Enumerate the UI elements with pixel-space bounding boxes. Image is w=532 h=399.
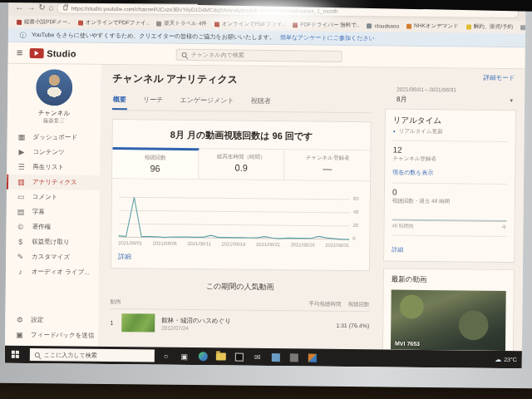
lock-icon	[64, 5, 68, 10]
metric-views[interactable]: 視聴回数 96	[112, 147, 199, 179]
sidebar-item-send-feedback[interactable]: ▣フィードバックを送信	[5, 328, 98, 343]
analytics-main: チャンネル アナリティクス 概要 リーチ エンゲージメント 視聴者 8月 月の動…	[98, 65, 382, 350]
chevron-down-icon: ▾	[510, 97, 514, 104]
show-current-count-link[interactable]: 現在の数を表示	[392, 169, 433, 178]
reload-icon[interactable]: ↻	[38, 3, 45, 12]
notice-text: YouTube をさらに使いやすくするため、クリエイターの皆様のご協力をお願いい…	[32, 31, 275, 42]
bookmark-favicon	[214, 22, 219, 27]
bookmark-item[interactable]: 縦書小説PDFメー..	[17, 18, 71, 27]
comments-icon: ▭	[17, 193, 26, 201]
sidebar-item-copyright[interactable]: ©著作権	[6, 219, 99, 235]
subtitles-icon: ▤	[17, 208, 26, 216]
bookmark-item[interactable]: NHKオンデマンド	[406, 22, 459, 31]
copyright-icon: ©	[16, 223, 25, 231]
sidebar-item-monetization[interactable]: $収益受け取り	[6, 234, 99, 250]
realtime-axis: 48 時間前 今	[392, 223, 506, 231]
realtime-card: リアルタイム ● リアルタイム更新 12 チャンネル登録者 現在の数を表示 0	[383, 108, 516, 263]
sidebar-item-content[interactable]: ▶コンテンツ	[7, 145, 100, 160]
chart-details-link[interactable]: 詳細	[118, 252, 131, 261]
analytics-icon: ▥	[17, 178, 26, 186]
customize-icon: ✎	[16, 253, 25, 261]
latest-video-thumbnail[interactable]: MVI 7653	[391, 290, 506, 351]
info-icon: ⓘ	[20, 30, 27, 39]
sidebar-item-analytics[interactable]: ▥アナリティクス	[7, 175, 100, 190]
realtime-sparkline	[392, 209, 507, 222]
studio-logo-text: Studio	[47, 48, 76, 58]
sidebar-item-playlists[interactable]: ☰再生リスト	[7, 160, 100, 175]
table-row[interactable]: 1 館林・城沼のハスめぐり 2012/07/24 1:31 (76.4%)	[110, 309, 369, 338]
sidebar-item-audio-library[interactable]: ♪オーディオ ライブ...	[6, 264, 99, 280]
tab-audience[interactable]: 視聴者	[250, 94, 272, 111]
windows-logo-icon	[11, 351, 18, 358]
taskbar-search-input[interactable]: ここに入力して検索	[30, 348, 155, 362]
screen: ← → ↻ ⌂ https://studio.youtube.com/chann…	[5, 0, 526, 368]
sidebar-item-subtitles[interactable]: ▤字幕	[7, 204, 100, 220]
latest-video-card: 最新の動画 MVI 7653 最初の4日と15時間 視聴回数 55	[382, 268, 515, 351]
cortana-button[interactable]: ○	[160, 349, 173, 362]
bookmark-favicon	[293, 22, 298, 27]
weather-widget[interactable]: ☁ 23°C	[495, 356, 517, 363]
bookmark-item[interactable]: TI84 東京スチームスク..	[520, 23, 525, 32]
metric-subscribers[interactable]: チャンネル登録者 —	[284, 150, 370, 180]
channel-avatar[interactable]	[36, 69, 72, 106]
channel-search-input[interactable]: チャンネル内で検索	[176, 48, 342, 62]
bookmark-item[interactable]: オンラインでPDFファイ..	[214, 20, 286, 28]
bookmark-item[interactable]: cloudsaou	[367, 22, 399, 28]
chart-y-axis: 60 40 20 0	[349, 188, 365, 241]
bookmark-favicon	[367, 23, 372, 28]
top-videos-heading: この期間の人気動画	[111, 280, 370, 293]
store-icon[interactable]	[233, 350, 246, 363]
survey-link[interactable]: 簡単なアンケートにご参加ください	[280, 33, 375, 42]
live-dot-icon: ●	[393, 130, 396, 134]
top-videos-table: 動画 平均視聴時間 視聴回数 1 館林・城沼のハスめぐり 2012/07/24 …	[110, 296, 369, 338]
bookmark-item[interactable]: 楽天トラベル 4件	[156, 20, 207, 28]
bookmark-item[interactable]: PDFドライバー 無料で..	[293, 21, 359, 29]
views-line-chart: 60 40 20 0	[111, 179, 370, 241]
sidebar-item-customize[interactable]: ✎カスタマイズ	[6, 249, 99, 265]
avg-view-duration: 1:31 (76.4%)	[318, 322, 369, 328]
mail-icon[interactable]: ✉	[251, 350, 264, 363]
tab-reach[interactable]: リーチ	[142, 92, 165, 110]
bookmark-item[interactable]: 解約、販売/予約	[466, 23, 513, 32]
cloud-icon: ☁	[495, 356, 501, 363]
pinned-app-icon[interactable]	[306, 351, 319, 364]
photos-icon[interactable]	[269, 351, 283, 364]
audio-library-icon: ♪	[16, 268, 25, 276]
page-title: チャンネル アナリティクス	[112, 71, 372, 88]
back-icon[interactable]: ←	[15, 3, 23, 12]
realtime-details-link[interactable]: 詳細	[392, 246, 403, 254]
youtube-studio-logo[interactable]: Studio	[29, 47, 76, 58]
video-date: 2012/07/24	[161, 324, 318, 332]
pinned-app-icon[interactable]	[288, 351, 301, 364]
bookmark-item[interactable]: オンラインでPDFファイ..	[78, 19, 150, 27]
analytics-tabs: 概要 リーチ エンゲージメント 視聴者	[112, 92, 372, 113]
menu-icon[interactable]: ≡	[17, 47, 23, 59]
period-selector[interactable]: 8月 ▾	[385, 93, 516, 110]
task-view-button[interactable]: ▣	[178, 349, 191, 362]
edge-browser-icon[interactable]	[196, 350, 209, 363]
tab-overview[interactable]: 概要	[112, 92, 127, 110]
sidebar-item-dashboard[interactable]: ▦ダッシュボード	[7, 130, 101, 145]
bookmark-favicon	[406, 23, 411, 28]
bookmark-favicon	[466, 24, 471, 29]
file-explorer-icon[interactable]	[214, 350, 228, 363]
start-button[interactable]	[5, 346, 25, 363]
playlist-icon: ☰	[17, 163, 26, 171]
metric-watch-time[interactable]: 総再生時間（時間） 0.9	[199, 149, 285, 180]
youtube-play-icon	[29, 47, 43, 57]
dashboard-icon: ▦	[17, 133, 27, 141]
overview-headline: 8月 月の動画視聴回数は 96 回です	[112, 120, 370, 150]
bookmark-favicon	[156, 21, 161, 26]
search-icon	[35, 352, 40, 357]
forward-icon[interactable]: →	[27, 3, 35, 12]
bookmark-favicon	[17, 19, 22, 24]
channel-name: 藤森章三	[7, 117, 101, 126]
tab-engagement[interactable]: エンゲージメント	[179, 93, 235, 111]
sidebar-item-settings[interactable]: ⚙設定	[5, 313, 98, 328]
advanced-mode-link[interactable]: 詳細モード	[385, 72, 515, 82]
sidebar-item-comments[interactable]: ▭コメント	[7, 190, 100, 205]
home-icon[interactable]: ⌂	[49, 3, 54, 12]
feedback-icon: ▣	[15, 331, 24, 339]
studio-sidebar: チャンネル 藤森章三 ▦ダッシュボード ▶コンテンツ ☰再生リスト ▥アナリティ…	[5, 64, 101, 347]
realtime-views: 0	[392, 188, 507, 198]
